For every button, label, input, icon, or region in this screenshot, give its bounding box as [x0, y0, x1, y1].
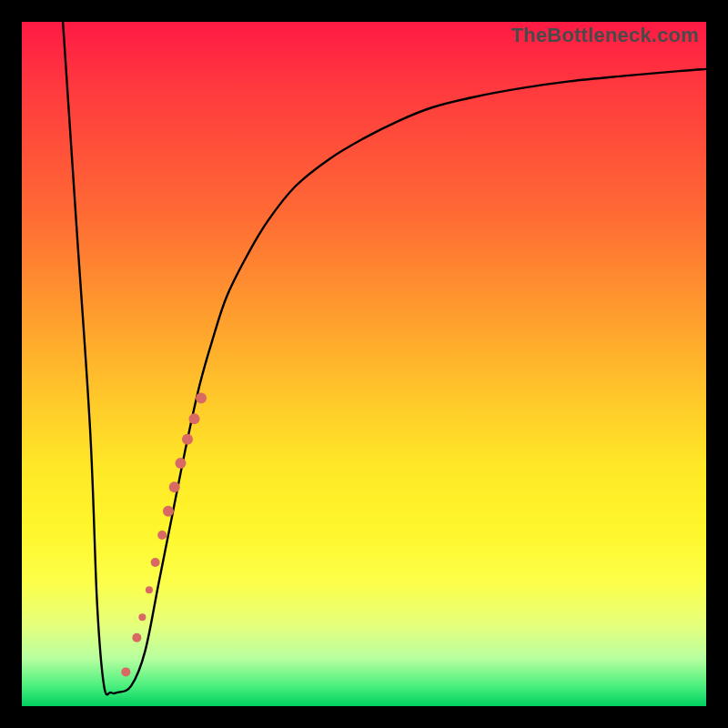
- highlight-dot: [121, 667, 130, 676]
- bottleneck-curve-path: [63, 22, 706, 694]
- highlight-dot: [151, 558, 160, 567]
- highlight-dot: [163, 506, 174, 517]
- highlight-dot: [157, 531, 167, 540]
- highlight-dot: [132, 633, 141, 642]
- highlight-dot: [169, 481, 180, 492]
- chart-overlay: [22, 22, 706, 706]
- bottleneck-curve: [63, 22, 706, 694]
- highlight-dot: [175, 458, 186, 469]
- plot-area: TheBottleneck.com: [22, 22, 706, 706]
- highlight-dot: [189, 413, 200, 424]
- chart-frame: TheBottleneck.com: [0, 0, 728, 728]
- highlight-dot: [138, 613, 146, 621]
- highlight-dot: [196, 393, 207, 404]
- highlight-markers: [121, 393, 207, 677]
- highlight-dot: [182, 434, 193, 445]
- highlight-dot: [146, 586, 153, 593]
